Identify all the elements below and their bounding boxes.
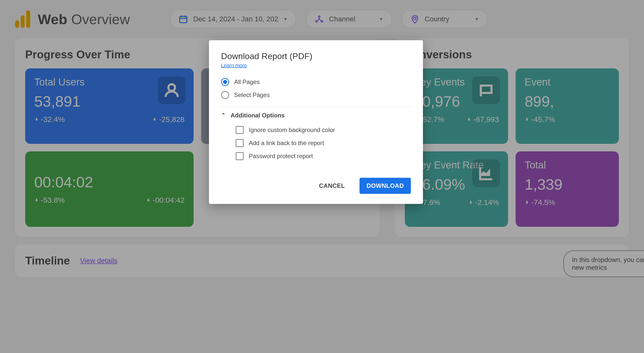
additional-options-label: Additional Options: [231, 112, 285, 119]
download-button[interactable]: DOWNLOAD: [360, 178, 411, 194]
radio-icon: [221, 91, 229, 99]
radio-select-pages[interactable]: Select Pages: [221, 89, 411, 102]
radio-all-label: All Pages: [234, 78, 260, 85]
checkbox-icon: [236, 126, 244, 134]
checkbox-ignore-bg-label: Ignore custom background color: [249, 126, 335, 134]
additional-options-list: Ignore custom background color Add a lin…: [221, 123, 411, 163]
checkbox-icon: [236, 139, 244, 147]
modal-actions: CANCEL DOWNLOAD: [221, 178, 411, 194]
checkbox-add-link-label: Add a link back to the report: [249, 140, 324, 147]
download-report-modal: Download Report (PDF) Learn more All Pag…: [209, 40, 423, 204]
divider: [221, 107, 411, 107]
radio-icon: [221, 78, 229, 86]
page-selection-radio-group: All Pages Select Pages: [221, 75, 411, 102]
checkbox-ignore-bg[interactable]: Ignore custom background color: [236, 123, 411, 137]
learn-more-link[interactable]: Learn more: [221, 63, 247, 68]
checkbox-password[interactable]: Password protect report: [236, 150, 411, 163]
additional-options-toggle[interactable]: ⌃ Additional Options: [221, 112, 411, 119]
modal-title: Download Report (PDF): [221, 51, 411, 61]
radio-all-pages[interactable]: All Pages: [221, 75, 411, 89]
checkbox-password-label: Password protect report: [249, 153, 313, 160]
cancel-button[interactable]: CANCEL: [312, 178, 352, 194]
radio-select-label: Select Pages: [234, 92, 270, 99]
checkbox-icon: [236, 152, 244, 160]
checkbox-add-link[interactable]: Add a link back to the report: [236, 137, 411, 150]
chevron-up-icon: ⌃: [221, 112, 226, 119]
